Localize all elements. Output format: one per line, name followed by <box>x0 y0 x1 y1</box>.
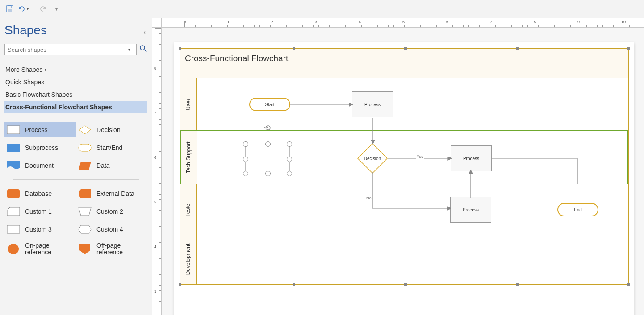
shape-document[interactable]: Document <box>4 158 76 173</box>
collapse-sidebar-button[interactable]: ‹ <box>143 29 146 36</box>
ruler-label: 6 <box>154 155 156 160</box>
database-icon <box>6 189 21 199</box>
category-more-shapes[interactable]: More Shapes ▸ <box>4 63 147 76</box>
horizontal-ruler: 0 1 2 3 4 5 6 7 8 9 10 11 <box>162 18 644 28</box>
ghost-process-shape[interactable] <box>245 144 290 174</box>
shape-decision[interactable]: Decision <box>76 122 147 137</box>
canvas-area[interactable]: 0 1 2 3 4 5 6 7 8 9 10 11 8 7 6 5 4 3 Cr… <box>152 18 644 315</box>
redo-button[interactable] <box>38 4 48 14</box>
decision-shape[interactable]: Decision <box>357 143 388 174</box>
svg-marker-9 <box>79 162 91 170</box>
shape-text: Process <box>463 207 479 212</box>
ruler-label: 4 <box>154 245 156 249</box>
search-icon[interactable] <box>139 45 147 54</box>
quick-access-toolbar: ▾ ▾ <box>0 0 644 18</box>
shape-label: Document <box>25 162 54 169</box>
shape-label: Start/End <box>96 144 122 151</box>
shape-label: Subprocess <box>25 144 58 151</box>
process-shape[interactable]: Process <box>352 91 393 117</box>
shape-label: Data <box>96 162 110 169</box>
shape-offpage-ref[interactable]: Off-page reference <box>76 240 147 259</box>
ruler-label: 8 <box>534 20 536 24</box>
onpage-icon <box>6 244 21 254</box>
svg-rect-8 <box>79 144 91 151</box>
shape-process[interactable]: Process <box>4 122 76 137</box>
ruler-label: 7 <box>154 111 156 115</box>
lane-development[interactable]: Development <box>180 234 628 284</box>
shape-text: Decision <box>364 156 381 161</box>
shape-data[interactable]: Data <box>76 158 147 173</box>
svg-rect-5 <box>7 126 20 134</box>
shape-label: Custom 2 <box>96 208 123 215</box>
shape-label: Process <box>25 126 48 133</box>
custom3-icon <box>6 224 21 234</box>
lane-label: User <box>185 99 192 110</box>
shape-label: Custom 4 <box>96 226 123 233</box>
connector-label: No <box>365 196 372 200</box>
process-shape[interactable]: Process <box>451 145 492 171</box>
shape-text: Process <box>364 102 381 107</box>
document-icon <box>6 161 21 170</box>
ruler-label: 10 <box>621 20 626 24</box>
shape-label: On-page reference <box>25 242 74 256</box>
shape-terminator[interactable]: Start/End <box>76 140 147 155</box>
rotate-handle-icon[interactable]: ⟲ <box>264 123 271 133</box>
save-button[interactable] <box>4 4 15 14</box>
externaldata-icon <box>78 189 92 199</box>
lane-tester[interactable]: Tester Process End No <box>180 184 628 234</box>
shape-custom2[interactable]: Custom 2 <box>76 204 147 219</box>
lane-header[interactable]: User <box>180 78 197 130</box>
chevron-right-icon: ▸ <box>45 67 47 72</box>
custom4-icon <box>78 224 92 234</box>
svg-line-4 <box>144 50 146 52</box>
svg-marker-24 <box>447 207 451 210</box>
lane-label: Tester <box>185 202 192 216</box>
svg-marker-6 <box>79 126 91 134</box>
process-shape[interactable]: Process <box>450 197 491 223</box>
swimlane-container[interactable]: Cross-Functional Flowchart User Start Pr… <box>180 48 629 285</box>
customize-qat-button[interactable]: ▾ <box>51 4 62 14</box>
shape-label: Database <box>25 190 52 197</box>
category-cross-functional[interactable]: Cross-Functional Flowchart Shapes <box>4 101 147 113</box>
decision-icon <box>78 125 92 135</box>
vertical-ruler: 8 7 6 5 4 3 <box>152 28 162 315</box>
shape-external-data[interactable]: External Data <box>76 186 147 201</box>
data-icon <box>78 161 92 170</box>
category-label: Cross-Functional Flowchart Shapes <box>5 104 112 111</box>
shape-category-list: More Shapes ▸ Quick Shapes Basic Flowcha… <box>4 63 147 113</box>
svg-marker-11 <box>79 207 91 216</box>
shape-custom1[interactable]: Custom 1 <box>4 204 76 219</box>
lane-header[interactable]: Tech Support <box>181 131 197 184</box>
svg-marker-17 <box>349 103 353 106</box>
lane-header[interactable]: Tester <box>180 184 197 234</box>
ruler-label: 4 <box>359 20 361 24</box>
svg-marker-15 <box>79 244 90 254</box>
sidebar-title: Shapes <box>4 23 147 37</box>
svg-marker-13 <box>79 225 91 233</box>
start-terminator[interactable]: Start <box>249 98 290 111</box>
ruler-label: 7 <box>490 20 492 24</box>
shape-text: Start <box>265 102 274 107</box>
search-input[interactable] <box>4 44 137 55</box>
category-basic-flowchart[interactable]: Basic Flowchart Shapes <box>4 88 147 101</box>
shape-label: Off-page reference <box>96 242 146 256</box>
undo-button[interactable]: ▾ <box>18 4 29 14</box>
shape-custom3[interactable]: Custom 3 <box>4 222 76 237</box>
custom2-icon <box>78 207 92 216</box>
connector-label: Yes <box>416 154 424 159</box>
shape-custom4[interactable]: Custom 4 <box>76 222 147 237</box>
drawing-page[interactable]: Cross-Functional Flowchart User Start Pr… <box>174 42 634 315</box>
ruler-label: 8 <box>154 66 156 70</box>
ruler-label: 5 <box>402 20 405 24</box>
shape-database[interactable]: Database <box>4 186 76 201</box>
lane-header[interactable]: Development <box>180 234 197 284</box>
shape-subprocess[interactable]: Subprocess <box>4 140 76 155</box>
shape-onpage-ref[interactable]: On-page reference <box>4 240 76 259</box>
category-quick-shapes[interactable]: Quick Shapes <box>4 76 147 88</box>
shape-label: Decision <box>96 126 121 133</box>
swimlane-title[interactable]: Cross-Functional Flowchart <box>180 49 628 68</box>
end-terminator[interactable]: End <box>557 203 598 216</box>
shape-label: External Data <box>96 190 134 197</box>
svg-marker-26 <box>469 170 473 174</box>
lane-user[interactable]: User Start Process <box>180 78 628 131</box>
